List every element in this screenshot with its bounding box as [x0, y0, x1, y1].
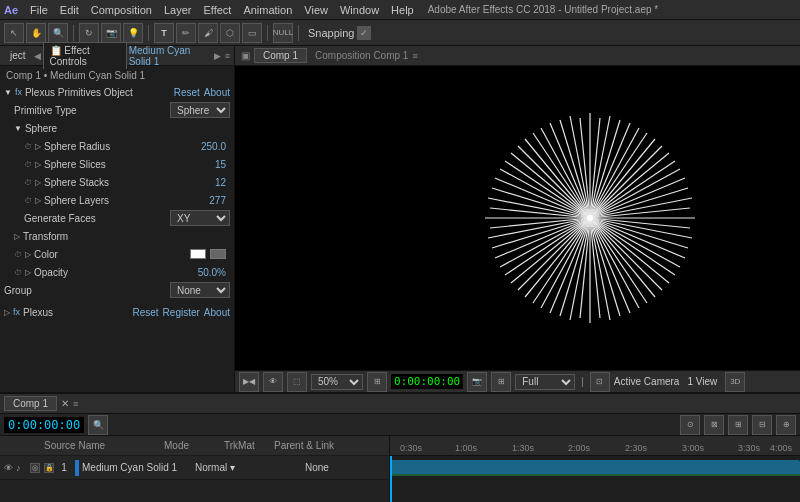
effect-controls-panel: Comp 1 • Medium Cyan Solid 1 ▼ fx Plexus…	[0, 66, 234, 392]
generate-faces-select[interactable]: XY XZ YZ	[170, 210, 230, 226]
menu-animation[interactable]: Animation	[237, 2, 298, 18]
opacity-stopwatch[interactable]: ⏱	[14, 268, 22, 277]
svg-line-52	[525, 139, 590, 218]
effect-about-link[interactable]: About	[204, 87, 230, 98]
plexus-register-link[interactable]: Register	[163, 307, 200, 318]
group-label: Group	[4, 285, 170, 296]
sphere-toggle[interactable]: ▼	[14, 124, 22, 133]
sphere-layers-value[interactable]: 277	[209, 195, 226, 206]
track-header-row: Source Name Mode TrkMat Parent & Link	[0, 436, 389, 456]
comp-bottom-btn3[interactable]: ⬚	[287, 372, 307, 392]
timeline-ctrl1[interactable]: ⊙	[680, 415, 700, 435]
slices-toggle[interactable]: ▷	[35, 160, 41, 169]
comp-layer-breadcrumb: Comp 1 • Medium Cyan Solid 1	[2, 68, 232, 83]
toolbar-mask-btn[interactable]: ⬡	[220, 23, 240, 43]
color-swatch-white[interactable]	[190, 249, 206, 259]
plexus-reset-link[interactable]: Reset	[132, 307, 158, 318]
radius-stopwatch[interactable]: ⏱	[24, 142, 32, 151]
menu-help[interactable]: Help	[385, 2, 420, 18]
menu-effect[interactable]: Effect	[197, 2, 237, 18]
timeline-ctrl5[interactable]: ⊕	[776, 415, 796, 435]
track-mode-value[interactable]: Normal ▾	[195, 462, 255, 473]
toolbar-text-btn[interactable]: T	[154, 23, 174, 43]
timeline-ruler-area: 0:30s 1:00s 1:30s 2:00s 2:30s 3:00s 3:30…	[390, 436, 800, 502]
color-stopwatch[interactable]: ⏱	[14, 250, 22, 259]
sphere-stacks-value[interactable]: 12	[215, 177, 226, 188]
stacks-toggle[interactable]: ▷	[35, 178, 41, 187]
quality-select[interactable]: Full Half Quarter	[515, 374, 575, 390]
comp-fit-btn[interactable]: ⊞	[367, 372, 387, 392]
track-solo-btn[interactable]: ◎	[30, 463, 40, 473]
toolbar-shape-btn[interactable]: ▭	[242, 23, 262, 43]
toolbar-pen-btn[interactable]: ✏	[176, 23, 196, 43]
panel-arrow-right[interactable]: ▶	[214, 51, 221, 61]
toolbar-light-btn[interactable]: 💡	[123, 23, 143, 43]
menu-window[interactable]: Window	[334, 2, 385, 18]
track-labels-panel: Source Name Mode TrkMat Parent & Link 👁 …	[0, 436, 390, 502]
comp-camera-btn[interactable]: 📷	[467, 372, 487, 392]
effect-toggle[interactable]: ▼	[4, 88, 12, 97]
snapping-toggle[interactable]: ✓	[357, 26, 371, 40]
col-mode: Mode	[164, 440, 224, 451]
slices-stopwatch[interactable]: ⏱	[24, 160, 32, 169]
ruler-mark-7: 4:00s	[770, 443, 792, 453]
toolbar-hand-btn[interactable]: ✋	[26, 23, 46, 43]
comp-panel-menu[interactable]: ≡	[412, 51, 417, 61]
toolbar-brush-btn[interactable]: 🖌	[198, 23, 218, 43]
opacity-value[interactable]: 50.0%	[198, 267, 226, 278]
comp-bottom-btn2[interactable]: 👁	[263, 372, 283, 392]
toolbar-zoom-btn[interactable]: 🔍	[48, 23, 68, 43]
timeline-ctrl3[interactable]: ⊞	[728, 415, 748, 435]
color-toggle[interactable]: ▷	[25, 250, 31, 259]
comp-bottom-btn1[interactable]: ▶◀	[239, 372, 259, 392]
layers-toggle[interactable]: ▷	[35, 196, 41, 205]
sphere-slices-value[interactable]: 15	[215, 159, 226, 170]
audio-icon[interactable]: ♪	[16, 463, 28, 473]
timeline-time-display[interactable]: 0:00:00:00	[4, 417, 84, 433]
timeline-close-btn[interactable]: ✕	[61, 398, 69, 409]
color-swatch-dark[interactable]	[210, 249, 226, 259]
zoom-select[interactable]: 50% 100% 25%	[311, 374, 363, 390]
sphere-radius-value[interactable]: 250.0	[201, 141, 226, 152]
timeline-ctrl4[interactable]: ⊟	[752, 415, 772, 435]
effect-target-label: Medium Cyan Solid 1	[129, 45, 212, 67]
effect-name-label: Plexus Primitives Object	[25, 87, 170, 98]
menu-file[interactable]: File	[24, 2, 54, 18]
timeline-menu-btn[interactable]: ≡	[73, 399, 78, 409]
layers-stopwatch[interactable]: ⏱	[24, 196, 32, 205]
track-parent-value[interactable]: None	[305, 462, 385, 473]
toolbar-rotate-btn[interactable]: ↻	[79, 23, 99, 43]
comp-3d-btn[interactable]: 3D	[725, 372, 745, 392]
timeline-comp-tab[interactable]: Comp 1	[4, 396, 57, 411]
stacks-stopwatch[interactable]: ⏱	[24, 178, 32, 187]
playhead[interactable]	[390, 456, 392, 502]
toolbar-select-btn[interactable]: ↖	[4, 23, 24, 43]
group-select[interactable]: None	[170, 282, 230, 298]
plexus-toggle[interactable]: ▷	[4, 308, 10, 317]
radius-toggle[interactable]: ▷	[35, 142, 41, 151]
effect-reset-link[interactable]: Reset	[174, 87, 200, 98]
plexus-about-link[interactable]: About	[204, 307, 230, 318]
visibility-icon[interactable]: 👁	[4, 463, 16, 473]
primitive-type-select[interactable]: Sphere	[170, 102, 230, 118]
comp-grid-btn[interactable]: ⊞	[491, 372, 511, 392]
panel-arrow-left[interactable]: ◀	[34, 51, 41, 61]
track-lock-btn[interactable]: 🔒	[44, 463, 54, 473]
timeline-search-btn[interactable]: 🔍	[88, 415, 108, 435]
timeline-ctrl2[interactable]: ⊠	[704, 415, 724, 435]
transform-toggle[interactable]: ▷	[14, 232, 20, 241]
toolbar-camera-btn[interactable]: 📷	[101, 23, 121, 43]
comp-main-tab[interactable]: Comp 1	[254, 48, 307, 63]
menu-composition[interactable]: Composition	[85, 2, 158, 18]
project-tab[interactable]: ject	[4, 48, 32, 63]
comp-viewport[interactable]	[235, 66, 800, 370]
toolbar-null-btn[interactable]: NULL	[273, 23, 293, 43]
panel-menu-btn[interactable]: ≡	[225, 51, 230, 61]
menu-view[interactable]: View	[298, 2, 334, 18]
effect-controls-tab[interactable]: 📋 Effect Controls	[43, 42, 127, 69]
menu-layer[interactable]: Layer	[158, 2, 198, 18]
opacity-toggle[interactable]: ▷	[25, 268, 31, 277]
menu-edit[interactable]: Edit	[54, 2, 85, 18]
comp-resolution-btn[interactable]: ⊡	[590, 372, 610, 392]
ruler-mark-4: 2:30s	[625, 443, 647, 453]
